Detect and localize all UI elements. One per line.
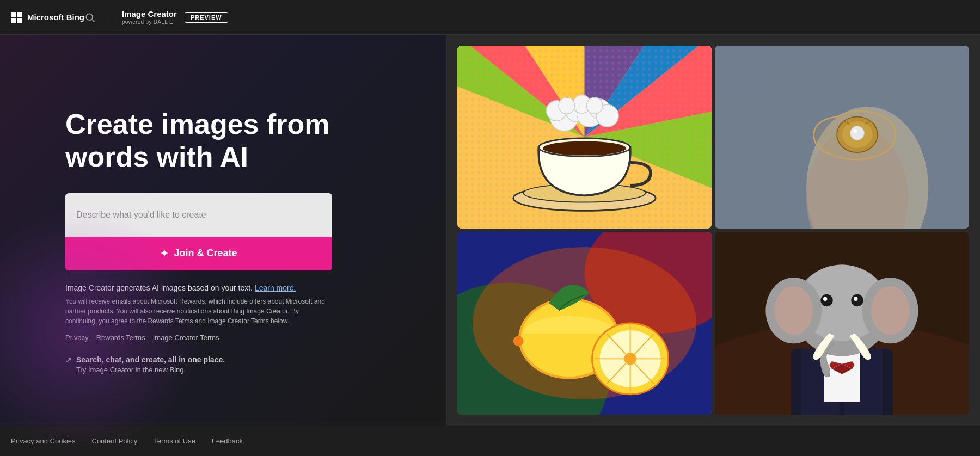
svg-point-68 <box>820 294 832 306</box>
svg-point-16 <box>543 141 626 155</box>
svg-line-1 <box>92 19 95 22</box>
main-content: Create images from words with AI ✦ Join … <box>0 35 980 426</box>
header-divider <box>113 9 113 26</box>
info-main-text: Image Creator generates AI images based … <box>65 284 332 292</box>
rewards-terms-link[interactable]: Rewards Terms <box>96 334 145 342</box>
prompt-input[interactable] <box>65 193 332 237</box>
preview-badge: PREVIEW <box>185 12 228 23</box>
footer: Privacy and Cookies Content Policy Terms… <box>0 426 980 456</box>
powered-by-label: powered by DALL·E <box>122 19 177 25</box>
search-icon <box>84 12 95 23</box>
svg-point-36 <box>850 126 864 140</box>
svg-point-66 <box>774 286 813 335</box>
new-bing-headline: Search, chat, and create, all in one pla… <box>76 355 225 364</box>
info-section: Image Creator generates AI images based … <box>65 284 332 374</box>
privacy-cookies-link[interactable]: Privacy and Cookies <box>11 437 76 445</box>
microsoft-grid-icon <box>11 12 22 23</box>
svg-point-45 <box>513 336 524 346</box>
image-card-coffee[interactable] <box>457 46 712 229</box>
image-card-elephant[interactable] <box>715 232 969 415</box>
svg-point-25 <box>586 97 603 114</box>
create-button-label: Join & Create <box>174 248 237 259</box>
svg-point-0 <box>86 14 93 20</box>
logo-group: Microsoft Bing <box>11 12 84 23</box>
content-policy-link[interactable]: Content Policy <box>92 437 138 445</box>
feedback-link[interactable]: Feedback <box>212 437 243 445</box>
learn-more-link[interactable]: Learn more. <box>255 284 296 292</box>
terms-of-use-link[interactable]: Terms of Use <box>154 437 195 445</box>
bing-text: Microsoft Bing <box>27 13 84 22</box>
image-creator-terms-link[interactable]: Image Creator Terms <box>153 334 219 342</box>
image-card-ring[interactable] <box>715 46 969 229</box>
product-name: Image Creator <box>122 9 177 19</box>
info-sub-text: You will receive emails about Microsoft … <box>65 297 332 326</box>
svg-point-67 <box>871 286 910 335</box>
join-create-button[interactable]: ✦ Join & Create <box>65 237 332 270</box>
sparkle-icon: ✦ <box>160 248 168 260</box>
hero-title: Create images from words with AI <box>65 108 381 174</box>
header: Microsoft Bing Image Creator powered by … <box>0 0 980 35</box>
svg-point-70 <box>823 297 827 300</box>
left-panel: Create images from words with AI ✦ Join … <box>0 35 446 426</box>
svg-point-37 <box>853 129 857 133</box>
svg-point-52 <box>624 353 636 365</box>
svg-point-24 <box>559 97 575 114</box>
info-main-label: Image Creator generates AI images based … <box>65 284 253 292</box>
svg-point-69 <box>851 294 863 306</box>
privacy-link[interactable]: Privacy <box>65 334 89 342</box>
terms-links: Privacy Rewards Terms Image Creator Term… <box>65 334 332 342</box>
new-bing-section: ↗ Search, chat, and create, all in one p… <box>65 355 332 374</box>
image-grid <box>446 35 980 426</box>
search-button[interactable] <box>84 12 95 23</box>
svg-point-71 <box>854 297 857 300</box>
new-bing-arrow-icon: ↗ <box>65 355 72 364</box>
product-title-group: Image Creator powered by DALL·E <box>122 9 177 25</box>
new-bing-text-group: Search, chat, and create, all in one pla… <box>76 355 225 374</box>
image-card-lemons[interactable] <box>457 232 712 415</box>
new-bing-link[interactable]: Try Image Creator in the new Bing. <box>76 366 225 374</box>
